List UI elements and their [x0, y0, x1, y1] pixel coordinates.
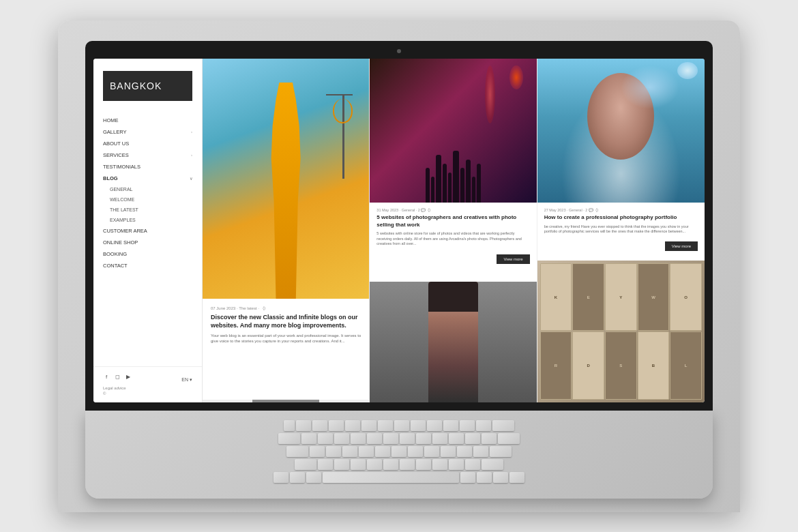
chevron-down-icon: ∨: [190, 176, 192, 181]
content-grid: 07 June 2023 · The latest · ⟨⟩ Discover …: [203, 59, 705, 402]
nav-welcome[interactable]: WELCOME: [103, 194, 192, 205]
concert-silhouettes: [370, 116, 536, 203]
logo: BANGKOK: [110, 80, 186, 91]
sidebar: BANGKOK HOME GALLERY ›: [93, 59, 203, 402]
chevron-right-icon: ›: [191, 130, 192, 134]
keyword-tile: S: [605, 331, 637, 399]
nav-customer[interactable]: CUSTOMER AREA: [103, 225, 192, 237]
sidebar-footer: f ◻ ▶ EN ▾ Legal advice: [93, 366, 202, 402]
featured-post-image: [203, 59, 369, 299]
website: BANGKOK HOME GALLERY ›: [93, 59, 705, 402]
featured-post-excerpt: Your web blog is an essential part of yo…: [211, 333, 361, 344]
logo-bold: BANG: [110, 80, 140, 91]
social-icons: f ◻ ▶: [103, 374, 132, 381]
middle-post-date: 31 May 2023 · General · 2 💬 ⟨⟩: [376, 208, 529, 212]
nav-booking[interactable]: BOOKING: [103, 248, 192, 260]
nav-blog[interactable]: BLOG ∨: [103, 173, 192, 184]
nav-contact[interactable]: CONTACT: [103, 260, 192, 271]
keyword-tile: B: [638, 331, 670, 399]
comment-icon: 💬: [421, 208, 426, 212]
concert-post-image: [370, 59, 536, 203]
instagram-icon[interactable]: ◻: [114, 374, 121, 381]
view-more-button-middle[interactable]: View more: [497, 254, 529, 264]
portrait-post-image: [370, 282, 536, 402]
comment-icon: 💬: [589, 208, 593, 212]
share-icon: ⟨⟩: [428, 208, 430, 212]
middle-post-content: 31 May 2023 · General · 2 💬 ⟨⟩ 5 website…: [370, 203, 536, 282]
keyword-tile: W: [638, 263, 670, 331]
main-content: 07 June 2023 · The latest · ⟨⟩ Discover …: [203, 59, 705, 402]
keyword-tile: E: [572, 263, 604, 331]
nav-services[interactable]: SERVICES ›: [103, 149, 192, 161]
language-selector[interactable]: EN ▾: [181, 377, 192, 383]
nav-about[interactable]: ABOUT US: [103, 138, 192, 149]
laptop: BANGKOK HOME GALLERY ›: [58, 20, 740, 512]
camera-dot: [397, 49, 401, 53]
keyword-tile: O: [670, 263, 702, 331]
laptop-body: BANGKOK HOME GALLERY ›: [58, 20, 740, 512]
view-more-button-right[interactable]: View more: [665, 241, 698, 251]
nav-latest[interactable]: THE LATEST: [103, 205, 192, 215]
smoke-effect: [509, 65, 523, 89]
middle-column: 31 May 2023 · General · 2 💬 ⟨⟩ 5 website…: [370, 59, 537, 402]
featured-post-title: Discover the new Classic and Infinite bl…: [211, 314, 361, 329]
nav-examples[interactable]: EXAMPLES: [103, 215, 192, 225]
right-post-excerpt: be creative, my friend Have you ever sto…: [544, 224, 698, 235]
right-post-date: 27 May 2023 · General · 2 💬 ⟨⟩: [544, 208, 698, 212]
keywords-grid: K E Y W O R D S B L: [537, 261, 705, 402]
keyword-tile: K: [540, 263, 572, 331]
navigation: HOME GALLERY › ABOUT US SERVICES: [93, 115, 202, 366]
legal-link[interactable]: Legal advice: [103, 386, 192, 390]
nav-shop[interactable]: ONLINE SHOP: [103, 237, 192, 248]
right-post-content: 27 May 2023 · General · 2 💬 ⟨⟩ How to cr…: [537, 203, 705, 261]
keyword-tile: L: [670, 331, 702, 399]
chevron-right-icon: ›: [191, 153, 192, 157]
screen-bezel: BANGKOK HOME GALLERY ›: [85, 41, 713, 411]
featured-post: 07 June 2023 · The latest · ⟨⟩ Discover …: [203, 59, 370, 402]
nav-general[interactable]: GENERAL: [103, 184, 192, 194]
logo-area: BANGKOK: [103, 71, 192, 101]
water-woman-image: [537, 59, 705, 203]
laptop-screen: BANGKOK HOME GALLERY ›: [93, 59, 705, 402]
share-icon: ⟨⟩: [263, 306, 265, 310]
copyright: ©: [103, 391, 192, 396]
nav-testimonials[interactable]: TESTIMONIALS: [103, 161, 192, 173]
middle-post-title: 5 websites of photographers and creative…: [376, 214, 529, 228]
scrollbar[interactable]: [203, 400, 369, 402]
featured-post-date: 07 June 2023 · The latest · ⟨⟩: [211, 306, 361, 310]
keyword-tile: Y: [605, 263, 637, 331]
youtube-icon[interactable]: ▶: [125, 374, 132, 381]
right-column: 🔍: [537, 59, 705, 402]
facebook-icon[interactable]: f: [103, 374, 110, 381]
keyword-tile: D: [572, 331, 604, 399]
keyboard: [85, 411, 713, 499]
right-post-title: How to create a professional photography…: [544, 214, 698, 221]
nav-gallery[interactable]: GALLERY ›: [103, 126, 192, 138]
logo-light: KOK: [140, 80, 162, 91]
keywords-post-image: K E Y W O R D S B L: [537, 261, 705, 402]
nav-home[interactable]: HOME: [103, 115, 192, 126]
share-icon: ⟨⟩: [595, 208, 598, 212]
featured-post-content: 07 June 2023 · The latest · ⟨⟩ Discover …: [203, 299, 369, 402]
middle-post-excerpt: 5 websites with online store for sale of…: [376, 231, 529, 247]
keyword-tile: R: [540, 331, 572, 399]
